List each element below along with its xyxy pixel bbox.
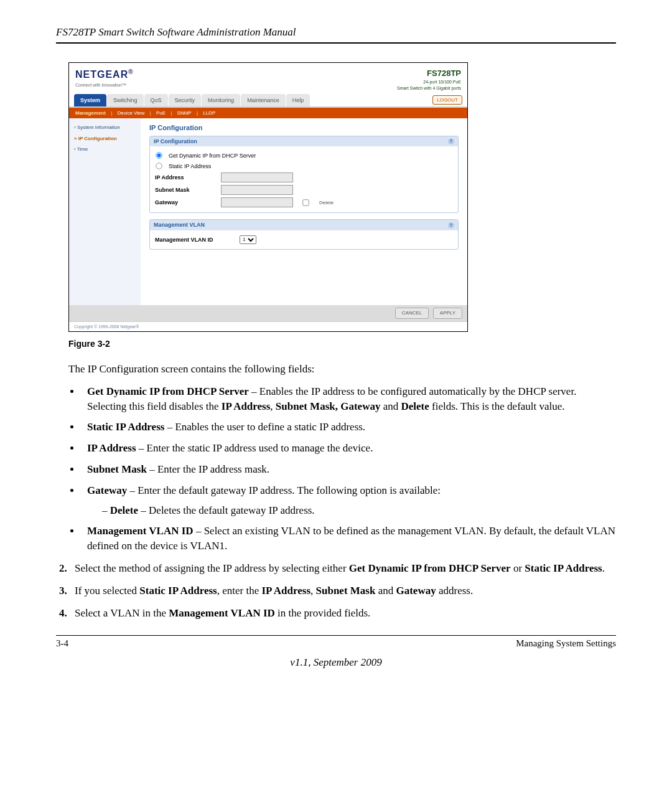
list-item: Subnet Mask – Enter the IP address mask. bbox=[81, 462, 616, 477]
screenshot: NETGEAR® Connect with Innovation™ FS728T… bbox=[68, 62, 468, 333]
radio-static-label: Static IP Address bbox=[169, 163, 211, 171]
copyright: Copyright © 1996-2008 Netgear® bbox=[69, 321, 467, 332]
list-item: Gateway – Enter the default gateway IP a… bbox=[81, 483, 616, 518]
list-item: Management VLAN ID – Select an existing … bbox=[81, 524, 616, 554]
sidebar: › System Information » IP Configuration … bbox=[69, 118, 141, 305]
version-text: v1.1, September 2009 bbox=[56, 655, 616, 670]
content-area: › System Information » IP Configuration … bbox=[69, 118, 467, 305]
radio-dhcp[interactable] bbox=[156, 153, 162, 159]
main-panel: IP Configuration IP Configuration ? Get … bbox=[141, 118, 467, 305]
ip-address-label: IP Address bbox=[155, 174, 217, 182]
tab-maintenance[interactable]: Maintenance bbox=[241, 94, 286, 107]
sidebar-item-sysinfo[interactable]: › System Information bbox=[69, 122, 141, 133]
brand-logo: NETGEAR® bbox=[75, 68, 134, 82]
subnet-input[interactable] bbox=[221, 185, 293, 195]
header-rule bbox=[56, 42, 616, 44]
footer-bar: CANCEL APPLY bbox=[69, 305, 467, 321]
tab-switching[interactable]: Switching bbox=[107, 94, 144, 107]
delete-checkbox[interactable] bbox=[302, 199, 309, 205]
mgmt-vlan-label: Management VLAN ID bbox=[155, 236, 236, 244]
list-item: IP Address – Enter the static IP address… bbox=[81, 441, 616, 456]
list-item: Delete – Deletes the default gateway IP … bbox=[102, 503, 616, 518]
list-item: Get Dynamic IP from DHCP Server – Enable… bbox=[81, 384, 616, 414]
footer-rule bbox=[56, 635, 616, 636]
list-item: Static IP Address – Enables the user to … bbox=[81, 420, 616, 435]
step-2: Select the method of assigning the IP ad… bbox=[70, 561, 616, 576]
mgmt-vlan-fieldset: Management VLAN ? Management VLAN ID 1 bbox=[149, 219, 459, 250]
section-title: Managing System Settings bbox=[516, 637, 616, 650]
help-icon[interactable]: ? bbox=[448, 138, 454, 144]
page-title: IP Configuration bbox=[149, 123, 459, 133]
product-desc2: Smart Switch with 4 Gigabit ports bbox=[397, 85, 461, 92]
subnav-snmp[interactable]: SNMP bbox=[177, 110, 192, 116]
intro-text: The IP Configuration screen contains the… bbox=[68, 362, 616, 377]
gateway-input[interactable] bbox=[221, 197, 293, 207]
doc-header: FS728TP Smart Switch Software Administra… bbox=[56, 25, 616, 40]
figure-caption: Figure 3-2 bbox=[68, 338, 616, 351]
tab-qos[interactable]: QoS bbox=[144, 94, 168, 107]
subnav-poe[interactable]: PoE bbox=[156, 110, 166, 116]
tabbar: System Switching QoS Security Monitoring… bbox=[69, 94, 467, 108]
tab-system[interactable]: System bbox=[74, 94, 106, 107]
tab-security[interactable]: Security bbox=[169, 94, 202, 107]
cancel-button[interactable]: CANCEL bbox=[395, 308, 429, 318]
step-4: Select a VLAN in the Management VLAN ID … bbox=[70, 606, 616, 621]
sidebar-item-time[interactable]: › Time bbox=[69, 144, 141, 154]
page-footer: 3-4 Managing System Settings bbox=[56, 637, 616, 650]
field-list: Get Dynamic IP from DHCP Server – Enable… bbox=[81, 384, 616, 554]
subnav-lldp[interactable]: LLDP bbox=[203, 110, 215, 116]
apply-button[interactable]: APPLY bbox=[433, 308, 462, 318]
steps-list: Select the method of assigning the IP ad… bbox=[56, 561, 616, 620]
tab-monitoring[interactable]: Monitoring bbox=[202, 94, 240, 107]
subnet-label: Subnet Mask bbox=[155, 186, 217, 194]
step-3: If you selected Static IP Address, enter… bbox=[70, 583, 616, 598]
ip-config-head: IP Configuration ? bbox=[150, 136, 458, 147]
product-desc1: 24-port 10/100 PoE bbox=[397, 79, 461, 85]
ip-config-fieldset: IP Configuration ? Get Dynamic IP from D… bbox=[149, 136, 459, 214]
subnav-device-view[interactable]: Device View bbox=[117, 110, 144, 116]
ip-config-title: IP Configuration bbox=[154, 138, 197, 146]
brand-tagline: Connect with Innovation™ bbox=[75, 82, 134, 88]
logout-button[interactable]: LOGOUT bbox=[432, 95, 462, 105]
product-info: FS728TP 24-port 10/100 PoE Smart Switch … bbox=[397, 68, 461, 92]
mgmt-vlan-select[interactable]: 1 bbox=[240, 235, 256, 244]
mgmt-vlan-title: Management VLAN bbox=[154, 221, 205, 229]
tab-help[interactable]: Help bbox=[286, 94, 310, 107]
sidebar-item-ipconfig[interactable]: » IP Configuration bbox=[69, 133, 141, 144]
app-header: NETGEAR® Connect with Innovation™ FS728T… bbox=[69, 63, 467, 94]
mgmt-vlan-head: Management VLAN ? bbox=[150, 220, 458, 230]
help-icon[interactable]: ? bbox=[448, 222, 454, 229]
ip-address-input[interactable] bbox=[221, 172, 293, 182]
subnav: Management | Device View | PoE | SNMP | … bbox=[69, 108, 467, 118]
product-model: FS728TP bbox=[397, 68, 461, 79]
subnav-management[interactable]: Management bbox=[75, 110, 106, 116]
delete-label: Delete bbox=[319, 199, 334, 206]
radio-dhcp-label: Get Dynamic IP from DHCP Server bbox=[169, 152, 256, 160]
radio-static[interactable] bbox=[156, 163, 162, 169]
page-number: 3-4 bbox=[56, 637, 68, 650]
gateway-label: Gateway bbox=[155, 199, 217, 207]
